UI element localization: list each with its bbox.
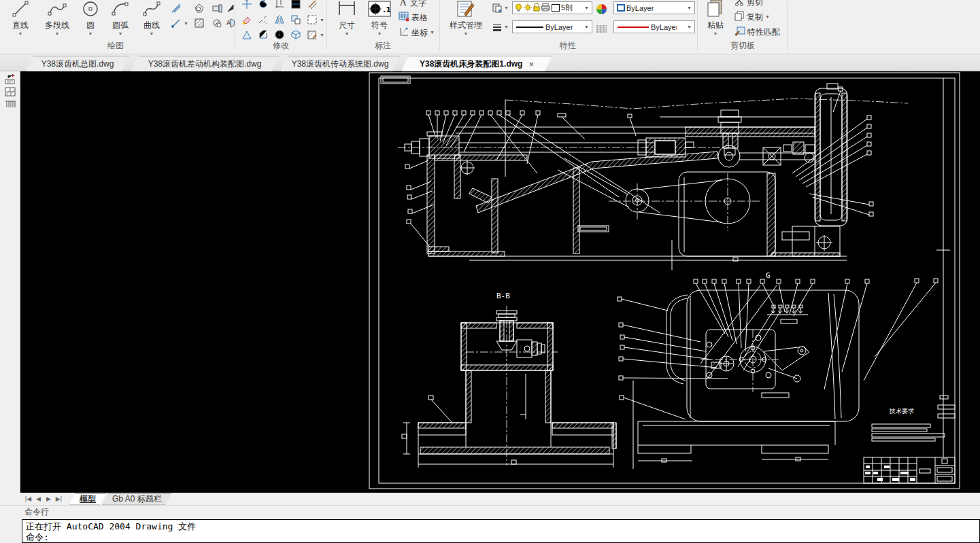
- offset-icon[interactable]: [306, 0, 318, 10]
- panel-divider: [697, 1, 698, 50]
- edit-hatch-icon[interactable]: [306, 29, 318, 41]
- last-layout-button[interactable]: ▶|: [54, 495, 64, 502]
- drawing-canvas[interactable]: 技术要求: [20, 71, 980, 493]
- palette-properties-icon[interactable]: [4, 74, 17, 85]
- dropdown-caret: ▼: [118, 32, 123, 36]
- dropdown-caret[interactable]: ▼: [320, 33, 324, 37]
- linetype-list-icon[interactable]: [595, 22, 607, 35]
- palette-comb-icon[interactable]: [4, 99, 17, 109]
- layer-name: 5剖: [561, 3, 573, 13]
- polyline-icon: [48, 0, 67, 18]
- mirror-icon[interactable]: [273, 14, 286, 26]
- dropdown-caret[interactable]: ▼: [184, 21, 188, 26]
- dropdown-caret[interactable]: ▼: [320, 18, 324, 22]
- layer-plot-icon[interactable]: [541, 3, 550, 13]
- dropdown-caret[interactable]: ▼: [583, 24, 590, 29]
- cut-button[interactable]: 剪切: [734, 0, 763, 8]
- paste-icon: [707, 0, 724, 18]
- paste-button[interactable]: 粘贴 ▼: [702, 0, 729, 39]
- coordinate-icon: [399, 27, 409, 39]
- layer-thaw-icon[interactable]: [523, 3, 533, 14]
- command-input-area[interactable]: 正在打开 AutoCAD 2004 Drawing 文件 命令:: [22, 519, 980, 543]
- layer-combo[interactable]: 5剖 ▼: [512, 1, 592, 14]
- next-layout-button[interactable]: ▶: [44, 495, 54, 502]
- color-swatch: [617, 4, 625, 12]
- layout-tab-bar: |◀ ◀ ▶ ▶| 模型 Gb A0 标题栏: [0, 493, 980, 506]
- model-tab[interactable]: 模型: [69, 493, 106, 505]
- rotate-icon[interactable]: [257, 0, 269, 10]
- layer-states-icon[interactable]: [491, 2, 503, 14]
- dropdown-caret[interactable]: ▼: [686, 5, 693, 10]
- prev-layout-button[interactable]: ◀: [33, 495, 44, 502]
- explode-icon[interactable]: [257, 14, 269, 26]
- dropdown-caret[interactable]: ▼: [504, 24, 509, 29]
- match-properties-button[interactable]: 特性匹配: [734, 26, 780, 38]
- scale-icon[interactable]: [241, 29, 253, 41]
- model-tab-label: 模型: [80, 493, 96, 505]
- chamfer-icon[interactable]: [257, 29, 269, 41]
- linetype-combo[interactable]: ByLayer ▼: [512, 20, 592, 33]
- style-manager-button[interactable]: 样式管理 ▼: [443, 0, 488, 39]
- layout-tab-gb-a0[interactable]: Gb A0 标题栏: [102, 493, 172, 505]
- text-button[interactable]: A 文字: [399, 0, 426, 9]
- cursor-arrow-icon[interactable]: [224, 2, 237, 14]
- ray-icon[interactable]: [170, 17, 182, 29]
- button-label: 表格: [411, 12, 428, 24]
- line-icon: [12, 0, 29, 18]
- file-tab-2[interactable]: Y38滚齿机差动机构装配图.dwg: [131, 56, 279, 71]
- layer-unlock-icon[interactable]: [533, 3, 541, 14]
- linetype2-combo[interactable]: ByLayer ▼: [613, 20, 695, 33]
- file-tab-1[interactable]: Y38滚齿机总图.dwg: [26, 56, 129, 71]
- file-tab-3[interactable]: Y38滚齿机传动系统图.dwg: [280, 56, 400, 71]
- palette-image-icon[interactable]: [4, 86, 17, 97]
- balloon-callouts-g-top: [694, 279, 938, 389]
- color-combo[interactable]: ByLayer ▼: [613, 1, 695, 14]
- region-icon[interactable]: [211, 17, 223, 29]
- cut-icon: [734, 0, 745, 8]
- copy-button[interactable]: 复制 ▼: [734, 11, 770, 23]
- draw-polyline-button[interactable]: 多段线 ▼: [38, 0, 76, 39]
- draw-circle-button[interactable]: 圆 ▼: [78, 0, 103, 39]
- dropdown-caret: ▼: [377, 32, 382, 36]
- extend-icon[interactable]: [290, 0, 302, 10]
- dropdown-caret[interactable]: ▼: [583, 5, 590, 10]
- spline-icon: [143, 0, 160, 18]
- draw-panel-label: 绘图: [82, 40, 150, 52]
- rotate-view-icon[interactable]: [273, 29, 286, 41]
- coordinate-button[interactable]: 坐标 ▼: [399, 27, 435, 39]
- rectangle-array-icon[interactable]: [306, 14, 318, 26]
- draw-spline-button[interactable]: 曲线 ▼: [137, 0, 166, 39]
- layer-on-icon[interactable]: [514, 3, 523, 14]
- cylinder-icon[interactable]: [211, 2, 223, 14]
- button-label: 特性匹配: [747, 27, 780, 38]
- polygon-icon[interactable]: [193, 2, 205, 14]
- join-icon[interactable]: [290, 14, 302, 26]
- symbol-button[interactable]: .1 符号 ▼: [365, 0, 394, 39]
- box-3d-icon[interactable]: [290, 29, 302, 41]
- lineweight-icon[interactable]: [491, 21, 503, 33]
- color-wheel-icon[interactable]: [595, 3, 607, 15]
- move-icon[interactable]: [241, 0, 253, 10]
- dropdown-caret[interactable]: ▼: [504, 5, 509, 10]
- layer-color-swatch: [552, 4, 560, 12]
- construction-line-icon[interactable]: [170, 2, 182, 14]
- trim-icon[interactable]: [273, 0, 286, 10]
- wipeout-icon[interactable]: A: [224, 17, 237, 29]
- file-tab-label: Y38滚齿机传动系统图.dwg: [292, 58, 389, 70]
- file-tab-4-active[interactable]: Y38滚齿机床身装配图1.dwg ×: [401, 56, 552, 71]
- valve-symbols: [767, 305, 808, 315]
- button-label: 符号: [371, 20, 388, 31]
- draw-arc-button[interactable]: 圆弧 ▼: [105, 0, 136, 39]
- dropdown-caret[interactable]: ▼: [686, 24, 693, 29]
- dropdown-caret: ▼: [713, 32, 718, 36]
- style-manager-icon: [456, 0, 475, 18]
- table-button[interactable]: 表格: [399, 12, 428, 24]
- close-icon[interactable]: ×: [528, 59, 534, 69]
- command-window: 正在打开 AutoCAD 2004 Drawing 文件 命令:: [0, 519, 980, 543]
- hatch-icon[interactable]: [193, 17, 205, 29]
- clipboard-panel-label: 剪切板: [709, 40, 777, 52]
- erase-icon[interactable]: [241, 14, 253, 26]
- first-layout-button[interactable]: |◀: [23, 495, 33, 502]
- dimension-button[interactable]: 尺寸 ▼: [332, 0, 362, 39]
- draw-line-button[interactable]: 直线 ▼: [5, 0, 35, 39]
